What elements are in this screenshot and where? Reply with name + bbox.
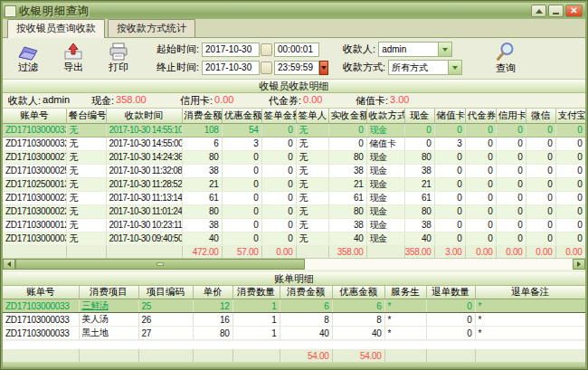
column-header[interactable]: 消费金额 <box>280 286 332 299</box>
scrollbar-thumb[interactable] <box>15 259 305 270</box>
scroll-left-button[interactable] <box>3 259 15 270</box>
cell: 无 <box>296 164 328 177</box>
cell: ZD17103000033 <box>3 313 79 327</box>
table-row[interactable]: ZD17103000027无2017-10-30 14:24:368000无80… <box>3 150 585 164</box>
column-header[interactable]: 退单备注 <box>475 286 585 299</box>
cell: ZD17103000022 <box>3 204 66 218</box>
cell: 无 <box>66 150 106 164</box>
column-header[interactable]: 账单号 <box>3 109 66 123</box>
table-row[interactable]: ZD17103000033美人汤2616188*0* <box>3 313 585 327</box>
scroll-right-button[interactable] <box>573 259 585 270</box>
column-header[interactable]: 优惠金额 <box>222 109 261 123</box>
cell: 0 <box>465 150 496 164</box>
column-header[interactable]: 服务生 <box>384 286 426 299</box>
total-cell: 3.00 <box>434 246 465 258</box>
summary-cash-label: 现金: <box>91 94 114 108</box>
table-row[interactable]: ZD17103000033三鲜汤2512166*0* <box>3 299 585 313</box>
cell: 0 <box>261 150 296 164</box>
column-header[interactable]: 单价 <box>193 286 232 299</box>
query-button-label: 查询 <box>496 62 516 75</box>
column-header[interactable]: 代金券 <box>465 109 496 123</box>
start-time-input[interactable]: 00:00:01 <box>274 43 319 57</box>
column-header[interactable]: 信用卡 <box>496 109 526 123</box>
tab-stats-by-method[interactable]: 按收款方式统计 <box>108 19 195 37</box>
end-time-dropdown-button[interactable] <box>319 61 328 75</box>
column-header[interactable]: 消费数量 <box>232 286 280 299</box>
cell: 0 <box>526 123 555 137</box>
column-header[interactable]: 优惠金额 <box>332 286 384 299</box>
table-row[interactable]: ZD17103000003无2017-10-30 09:40:504000无40… <box>3 232 585 245</box>
payee-select[interactable]: admin <box>378 42 452 57</box>
column-header[interactable]: 现金 <box>404 109 434 123</box>
column-header[interactable]: 消费金额 <box>182 109 222 123</box>
cell: ZD17103000033 <box>3 327 79 340</box>
app-icon <box>5 6 15 16</box>
chevron-down-icon[interactable] <box>438 43 451 56</box>
cell: 0 <box>222 204 261 218</box>
scrollbar-track[interactable] <box>15 259 573 270</box>
start-date-input[interactable]: 2017-10-30 <box>202 43 260 57</box>
query-button[interactable]: 查询 <box>486 42 526 75</box>
column-header[interactable]: 支付宝 <box>555 109 585 123</box>
cell: 现金 <box>366 164 404 177</box>
print-button[interactable]: 打印 <box>99 43 138 74</box>
column-header[interactable]: 实收金额 <box>328 109 366 123</box>
column-header[interactable]: 签单人 <box>296 109 328 123</box>
minimize-icon <box>553 13 559 14</box>
cell: 0 <box>496 177 526 191</box>
table-row[interactable]: ZD17103000023无2017-10-30 11:13:146100无61… <box>3 191 585 204</box>
cell: ZD17103000023 <box>3 191 66 204</box>
cell: ZD17103000012 <box>3 218 66 232</box>
column-header[interactable]: 收款方式 <box>366 109 404 123</box>
cell: 0 <box>496 164 526 177</box>
table-row[interactable]: ZD17102500013无2017-10-30 11:28:522100无21… <box>3 177 585 191</box>
column-header[interactable]: 微信 <box>526 109 555 123</box>
column-header[interactable]: 消费项目 <box>79 286 138 299</box>
column-header[interactable]: 储值卡 <box>434 109 465 123</box>
table-row[interactable]: ZD17103000033黑土地278014040*0* <box>3 327 585 340</box>
chevron-down-icon[interactable] <box>448 61 461 74</box>
payments-table[interactable]: 账单号餐台编号收款时间消费金额优惠金额签单金额签单人实收金额收款方式现金储值卡代… <box>3 109 586 246</box>
end-date-input[interactable]: 2017-10-30 <box>202 61 260 75</box>
column-header[interactable]: 签单金额 <box>261 109 296 123</box>
start-date-picker-button[interactable] <box>261 43 272 56</box>
search-icon <box>495 42 517 62</box>
payment-method-select[interactable]: 所有方式 <box>388 60 462 75</box>
cell: 0 <box>426 299 475 313</box>
table-row[interactable]: ZD17103000033无2017-10-30 14:55:10108540无… <box>3 123 585 137</box>
cell: 2017-10-30 10:23:11 <box>106 218 182 232</box>
table-row[interactable]: ZD17103000032无2017-10-30 14:55:00630无0储值… <box>3 137 585 150</box>
total-cell <box>79 349 138 362</box>
cell: 0 <box>555 137 585 150</box>
rollup-button[interactable] <box>531 5 546 17</box>
cell: 2017-10-30 14:55:10 <box>106 123 182 137</box>
summary-stored-label: 储值卡: <box>356 94 388 108</box>
filter-button[interactable]: 过滤 <box>8 43 48 74</box>
end-time-input[interactable]: 23:59:59 <box>274 61 319 75</box>
payments-table-body: ZD17103000033无2017-10-30 14:55:10108540无… <box>3 123 585 245</box>
cell: 12 <box>193 299 232 313</box>
end-date-picker-button[interactable] <box>261 62 272 74</box>
column-header[interactable]: 项目编码 <box>138 286 193 299</box>
horizontal-scrollbar[interactable] <box>3 258 585 270</box>
column-header[interactable]: 退单数量 <box>426 286 475 299</box>
column-header[interactable]: 餐台编号 <box>66 109 106 123</box>
cell: 38 <box>182 218 222 232</box>
filter-button-label: 过滤 <box>18 61 38 74</box>
cell: 无 <box>66 164 106 177</box>
table-row[interactable]: ZD17103000012无2017-10-30 10:23:113800无38… <box>3 218 585 232</box>
cell: 无 <box>296 137 328 150</box>
cell: 0 <box>465 232 496 245</box>
cell: 0 <box>328 137 366 150</box>
tab-query-by-cashier[interactable]: 按收银员查询收款 <box>7 19 105 38</box>
close-button[interactable]: ✕ <box>565 5 583 17</box>
bill-items-table[interactable]: 账单号消费项目项目编码单价消费数量消费金额优惠金额服务生退单数量退单备注 ZD1… <box>3 286 586 341</box>
column-header[interactable]: 账单号 <box>3 286 79 299</box>
column-header[interactable]: 收款时间 <box>106 109 182 123</box>
minimize-button[interactable] <box>548 5 564 17</box>
export-button[interactable]: 导出 <box>53 43 93 74</box>
cell: 无 <box>296 177 328 191</box>
table-row[interactable]: ZD17103000025无2017-10-30 11:32:083800无38… <box>3 164 585 177</box>
cell: 现金 <box>366 150 404 164</box>
table-row[interactable]: ZD17103000022无2017-10-30 11:01:248000无80… <box>3 204 585 218</box>
